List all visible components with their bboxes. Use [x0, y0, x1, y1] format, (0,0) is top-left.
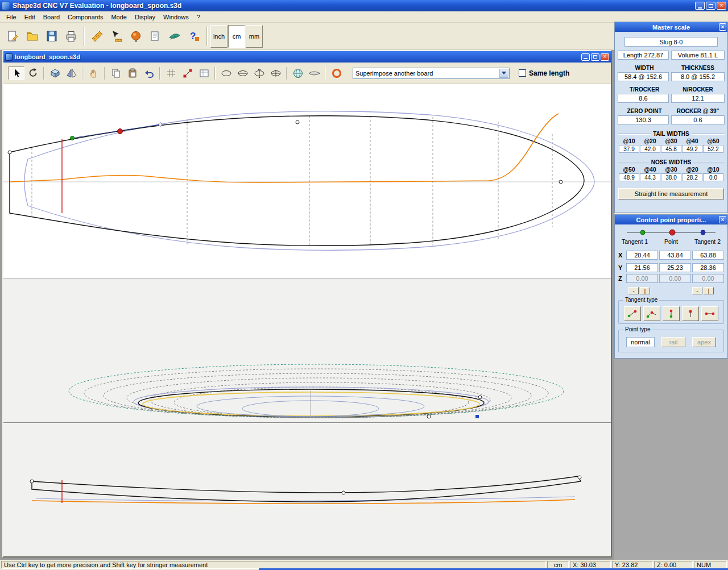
marker-button[interactable] [328, 66, 345, 80]
outline-view-canvas[interactable] [3, 84, 611, 278]
nose-width-cell[interactable]: 28.2 [682, 173, 702, 181]
width-field[interactable]: 58.4 @ 152.6 [618, 72, 669, 81]
menu-mode[interactable]: Mode [107, 13, 131, 22]
selected-control-point[interactable] [118, 129, 123, 134]
unit-inch-button[interactable]: inch [210, 25, 228, 48]
menu-edit[interactable]: Edit [20, 13, 39, 22]
measure-button[interactable] [107, 25, 126, 48]
control-point-title-bar[interactable]: Control point properti... × [615, 215, 727, 224]
menu-file[interactable]: File [2, 13, 20, 22]
outline-view-button[interactable] [218, 66, 234, 80]
length-field[interactable]: Length 272.87 [618, 51, 669, 60]
control-point[interactable] [296, 120, 299, 124]
outline-view[interactable] [3, 84, 611, 278]
minimize-button[interactable] [695, 2, 705, 10]
superimpose-combobox[interactable]: Superimpose another board [353, 68, 510, 79]
tangent2-minus-button[interactable]: - [692, 287, 702, 294]
unit-mm-button[interactable]: mm [246, 25, 263, 48]
point-type-rail-button[interactable]: rail [661, 337, 685, 347]
doc-minimize-button[interactable] [581, 53, 590, 61]
thickness-view-button[interactable] [251, 66, 267, 80]
document-title-bar[interactable]: longboard_spoon.s3d × [3, 51, 611, 63]
zero-point-field[interactable]: 130.3 [618, 115, 669, 124]
tail-width-cell[interactable]: 52.2 [703, 145, 723, 153]
control-point-close-button[interactable]: × [719, 216, 726, 223]
point-type-normal[interactable]: normal [626, 337, 655, 347]
pan-button[interactable] [85, 66, 102, 80]
nose-width-cell[interactable]: 38.0 [661, 173, 681, 181]
trocker-field[interactable]: 8.6 [618, 94, 669, 103]
tangent-type-smooth-button[interactable] [624, 306, 641, 321]
x-tangent1-field[interactable]: 20.44 [626, 251, 658, 260]
save-button[interactable] [42, 25, 61, 48]
nose-width-cell[interactable]: 0.0 [703, 173, 723, 181]
x-point-field[interactable]: 43.84 [659, 251, 691, 260]
grid-button[interactable] [163, 66, 179, 80]
tangent2-handle[interactable] [159, 123, 162, 126]
view-3d-button[interactable] [47, 66, 63, 80]
y-tangent1-field[interactable]: 21.56 [626, 263, 658, 272]
y-point-field[interactable]: 25.23 [659, 263, 691, 272]
nose-width-cell[interactable]: 44.3 [640, 173, 660, 181]
tangent-type-horizontal-button[interactable] [701, 306, 718, 321]
menu-componants[interactable]: Componants [64, 13, 107, 22]
paste-button[interactable] [124, 66, 140, 80]
profile-view-button[interactable] [234, 66, 251, 80]
tail-width-cell[interactable]: 49.2 [682, 145, 702, 153]
master-scale-title-bar[interactable]: Master scale × [615, 22, 727, 32]
tangent1-bar-button[interactable]: | [640, 287, 650, 294]
doc-close-button[interactable]: × [601, 53, 609, 61]
copy-view-button[interactable] [146, 25, 165, 48]
x-tangent2-field[interactable]: 63.88 [692, 251, 724, 260]
tangent-type-corner-button[interactable] [643, 306, 660, 321]
open-button[interactable] [23, 25, 42, 48]
menu-help[interactable]: ? [193, 13, 204, 22]
profile-control-point[interactable] [30, 480, 34, 483]
doc-restore-button[interactable] [591, 53, 599, 61]
profile-control-point[interactable] [578, 476, 581, 479]
selected-slice-point[interactable] [475, 415, 479, 418]
y-tangent2-field[interactable]: 28.36 [692, 263, 724, 272]
tangent1-minus-button[interactable]: - [628, 287, 639, 294]
undo-button[interactable] [140, 66, 157, 80]
tail-width-cell[interactable]: 37.9 [619, 145, 639, 153]
point-type-apex-button[interactable]: apex [692, 337, 716, 347]
slices-view-canvas[interactable] [3, 279, 611, 422]
nose-width-cell[interactable]: 48.9 [619, 173, 639, 181]
rocker39-field[interactable]: 0.6 [671, 115, 725, 124]
tail-width-cell[interactable]: 45.8 [661, 145, 681, 153]
nrocker-field[interactable]: 12.1 [671, 94, 725, 103]
profile-outline-curve[interactable] [32, 476, 581, 502]
guidelines-button[interactable] [196, 66, 212, 80]
same-length-checkbox[interactable] [519, 69, 526, 77]
tail-width-cell[interactable]: 42.0 [640, 145, 660, 153]
control-point[interactable] [8, 151, 11, 154]
flip-button[interactable] [63, 66, 80, 80]
thickness-field[interactable]: 8.0 @ 155.2 [671, 72, 725, 81]
menu-board[interactable]: Board [39, 13, 64, 22]
menu-display[interactable]: Display [131, 13, 159, 22]
unit-cm-button[interactable]: cm [228, 25, 245, 48]
maximize-button[interactable] [706, 2, 715, 10]
volume-field[interactable]: Volume 81.1 L [671, 51, 725, 60]
profile-view-canvas[interactable] [3, 423, 611, 556]
close-button[interactable]: × [717, 2, 726, 10]
slice-control-point[interactable] [427, 415, 431, 418]
surface-button[interactable] [165, 25, 184, 48]
board-overview-button[interactable] [306, 66, 322, 80]
combobox-dropdown-button[interactable] [499, 69, 508, 78]
tangent2-bar-button[interactable]: | [704, 287, 714, 294]
ruler-button[interactable] [88, 25, 107, 48]
select-button[interactable] [8, 66, 24, 80]
menu-windows[interactable]: Windows [159, 13, 193, 22]
rotate-button[interactable] [24, 66, 41, 80]
tangent1-handle[interactable] [71, 136, 75, 140]
straight-line-measurement-button[interactable]: Straight line measurement [618, 188, 724, 199]
master-scale-close-button[interactable]: × [719, 23, 726, 31]
copy-button[interactable] [107, 66, 124, 80]
profile-view[interactable] [3, 423, 611, 556]
title-bar[interactable]: Shape3d CNC V7 Evaluation - longboard_sp… [0, 0, 728, 11]
tangent-type-vertical-button[interactable] [663, 306, 680, 321]
slices-view-button[interactable] [267, 66, 284, 80]
control-point[interactable] [559, 180, 562, 184]
